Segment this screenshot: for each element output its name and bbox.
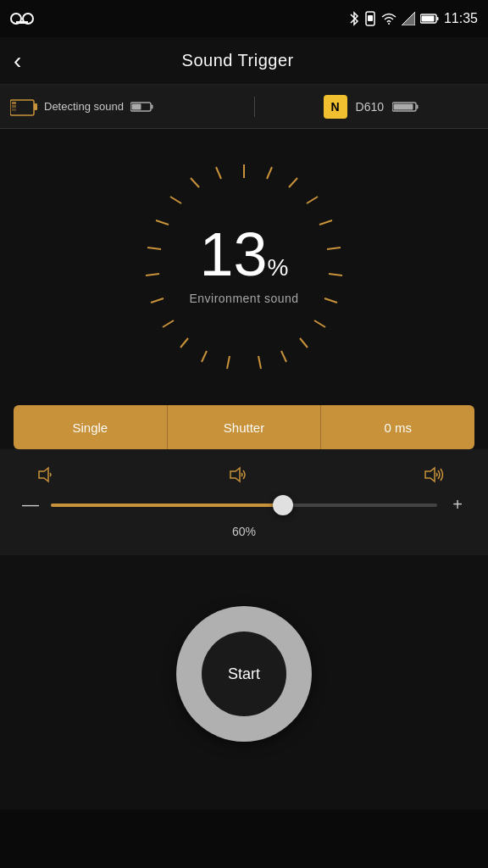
svg-line-40 [151,298,164,303]
start-label: Start [228,665,260,683]
gauge-center: 13% Environment sound [189,224,298,305]
svg-line-43 [202,351,207,362]
svg-rect-21 [393,103,413,109]
page-title: Sound Trigger [35,51,441,70]
battery-small-icon [130,101,154,113]
svg-rect-18 [131,103,141,109]
slider-row: — + [20,495,468,515]
time-display: 11:35 [444,11,478,26]
gauge-number: 13 [199,220,267,288]
svg-line-36 [170,197,181,203]
delay-button[interactable]: 0 ms [321,405,474,449]
volume-icons-row [20,466,468,483]
battery-icon [420,13,439,25]
svg-line-23 [267,167,272,179]
svg-line-39 [146,274,159,275]
start-button[interactable]: Start [176,606,312,742]
device-left-panel: Detecting sound [0,97,255,117]
svg-rect-15 [12,102,16,104]
svg-line-29 [324,298,337,303]
svg-line-44 [227,356,230,369]
wifi-icon [381,13,396,25]
svg-rect-14 [12,108,16,111]
svg-rect-4 [368,15,373,21]
device-right-panel: N D610 [255,95,489,119]
svg-rect-2 [16,21,28,24]
gauge-percent: % [268,254,289,281]
status-right: 11:35 [349,11,478,26]
slider-thumb[interactable] [273,495,293,515]
status-left [10,11,34,26]
volume-medium-icon [229,466,252,483]
slider-value-display: 60% [20,525,468,538]
device-name-text: D610 [356,100,384,114]
svg-line-33 [258,356,261,369]
gauge-section: 13% Environment sound [0,129,488,392]
bluetooth-icon [349,11,359,26]
signal-icon [402,12,415,25]
single-button[interactable]: Single [14,405,168,449]
slider-fill [51,504,283,507]
svg-rect-20 [416,104,418,108]
slider-increase-button[interactable]: + [447,495,468,515]
svg-rect-9 [436,17,438,20]
svg-line-32 [281,351,286,362]
svg-marker-47 [425,468,435,481]
shutter-button[interactable]: Shutter [168,405,322,449]
svg-line-24 [289,178,297,187]
remote-icon: N [324,95,347,119]
svg-rect-17 [151,104,152,108]
start-button-inner: Start [202,632,286,716]
battery-large-icon [392,101,419,113]
svg-line-27 [327,248,341,249]
svg-line-38 [147,248,161,249]
svg-line-35 [191,178,199,187]
svg-marker-45 [39,468,48,481]
slider-section: — + 60% [0,449,488,555]
volume-low-icon [37,466,58,483]
svg-marker-46 [230,468,240,481]
device-bar: Detecting sound N D610 [0,85,488,129]
svg-line-28 [329,274,342,275]
status-bar: 11:35 [0,0,488,37]
svg-line-31 [300,338,308,348]
back-button[interactable]: ‹ [14,47,21,75]
device-icon [10,97,37,117]
slider-track[interactable] [51,504,437,507]
gauge-label: Environment sound [189,292,298,305]
svg-point-5 [388,23,390,25]
svg-rect-12 [34,103,37,110]
header: ‹ Sound Trigger [0,37,488,85]
svg-line-34 [216,167,221,179]
svg-line-30 [314,320,325,327]
sim-icon [364,11,376,26]
svg-rect-13 [12,105,16,108]
slider-background [51,504,437,507]
svg-line-26 [319,220,332,225]
main-content: 13% Environment sound Single Shutter 0 m… [0,129,488,810]
svg-rect-10 [421,16,434,22]
svg-line-37 [156,220,169,225]
gauge-container: 13% Environment sound [134,154,354,375]
detecting-sound-text: Detecting sound [44,100,124,113]
svg-line-25 [307,197,318,203]
button-row: Single Shutter 0 ms [14,405,474,449]
svg-line-42 [180,338,188,348]
voicemail-icon [10,11,34,26]
gauge-value-display: 13% [199,224,288,285]
start-section: Start [0,555,488,810]
volume-high-icon [424,466,451,483]
slider-decrease-button[interactable]: — [20,495,41,515]
svg-line-41 [163,320,174,327]
